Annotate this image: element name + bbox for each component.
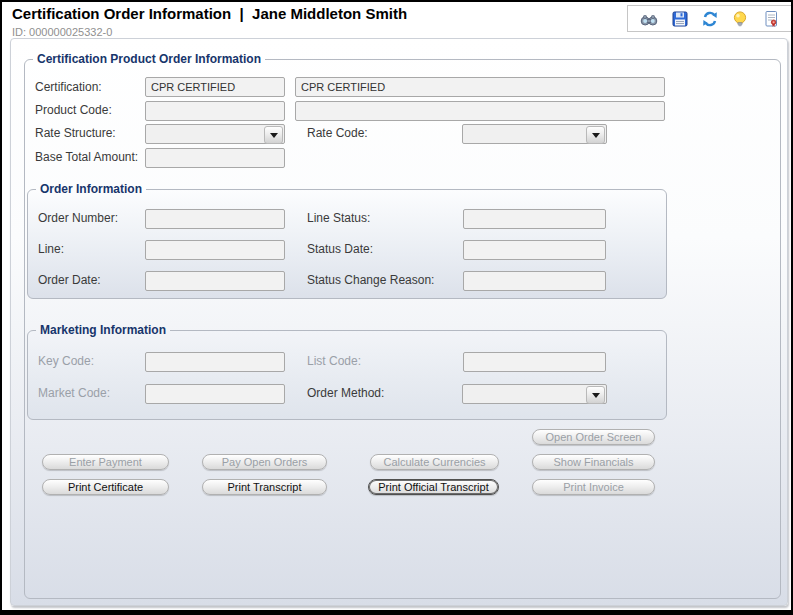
- certification-label: Certification:: [35, 80, 102, 94]
- calculate-currencies-button[interactable]: Calculate Currencies: [370, 454, 499, 470]
- base-total-amount-input[interactable]: [145, 148, 285, 168]
- status-date-input[interactable]: [463, 240, 606, 260]
- chevron-down-icon: [592, 133, 600, 138]
- line-status-input[interactable]: [463, 209, 606, 229]
- find-icon[interactable]: [640, 10, 658, 28]
- rate-structure-dropdown-button[interactable]: [264, 126, 283, 144]
- product-code-long-input[interactable]: [295, 101, 665, 121]
- order-number-label: Order Number:: [38, 211, 118, 225]
- rate-code-select[interactable]: [462, 124, 607, 144]
- rate-structure-select[interactable]: [145, 124, 285, 144]
- marketing-info-legend: Marketing Information: [36, 323, 170, 337]
- print-official-transcript-button[interactable]: Print Official Transcript: [368, 479, 499, 495]
- rate-code-label: Rate Code:: [307, 126, 368, 140]
- order-date-input[interactable]: [145, 271, 285, 291]
- order-number-input[interactable]: [145, 209, 285, 229]
- product-code-short-input[interactable]: [145, 101, 285, 121]
- order-method-label: Order Method:: [307, 386, 384, 400]
- rate-code-dropdown-button[interactable]: [586, 126, 605, 144]
- application-window: Certification Order Information | Jane M…: [0, 0, 793, 615]
- page-title: Certification Order Information | Jane M…: [12, 5, 407, 22]
- list-code-input[interactable]: [463, 352, 606, 372]
- base-total-amount-label: Base Total Amount:: [35, 150, 138, 164]
- pay-open-orders-button[interactable]: Pay Open Orders: [202, 454, 327, 470]
- print-transcript-button[interactable]: Print Transcript: [202, 479, 327, 495]
- print-certificate-button[interactable]: Print Certificate: [42, 479, 169, 495]
- status-change-reason-label: Status Change Reason:: [307, 273, 434, 287]
- product-order-legend: Certification Product Order Information: [33, 52, 265, 66]
- refresh-icon[interactable]: [701, 10, 719, 28]
- open-order-screen-button[interactable]: Open Order Screen: [532, 429, 655, 445]
- print-invoice-button[interactable]: Print Invoice: [532, 479, 655, 495]
- status-change-reason-input[interactable]: [463, 271, 606, 291]
- order-date-label: Order Date:: [38, 273, 101, 287]
- order-method-dropdown-button[interactable]: [586, 386, 605, 404]
- line-label: Line:: [38, 242, 64, 256]
- show-financials-button[interactable]: Show Financials: [532, 454, 655, 470]
- enter-payment-button[interactable]: Enter Payment: [42, 454, 169, 470]
- order-method-select[interactable]: [462, 384, 607, 404]
- hint-icon[interactable]: [731, 10, 749, 28]
- line-status-label: Line Status:: [307, 211, 370, 225]
- status-date-label: Status Date:: [307, 242, 373, 256]
- chevron-down-icon: [592, 393, 600, 398]
- order-info-legend: Order Information: [36, 182, 146, 196]
- certification-long-input[interactable]: [295, 77, 665, 97]
- chevron-down-icon: [270, 133, 278, 138]
- market-code-input[interactable]: [145, 384, 285, 404]
- rate-structure-label: Rate Structure:: [35, 126, 116, 140]
- key-code-input[interactable]: [145, 352, 285, 372]
- certification-short-input[interactable]: [145, 77, 285, 97]
- save-icon[interactable]: [671, 10, 689, 28]
- key-code-label: Key Code:: [38, 354, 94, 368]
- report-icon[interactable]: [762, 10, 780, 28]
- record-id: ID: 000000025332-0: [12, 26, 112, 38]
- line-input[interactable]: [145, 240, 285, 260]
- product-code-label: Product Code:: [35, 103, 112, 117]
- market-code-label: Market Code:: [38, 386, 110, 400]
- header-toolbar: [627, 5, 793, 32]
- list-code-label: List Code:: [307, 354, 361, 368]
